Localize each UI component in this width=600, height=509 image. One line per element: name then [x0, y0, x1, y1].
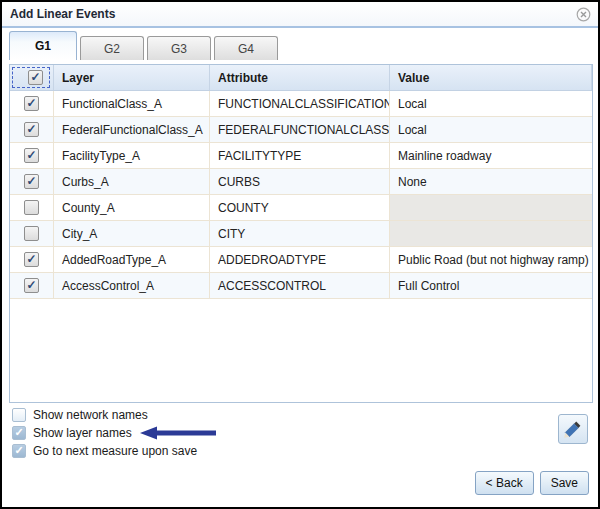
layer-cell: AddedRoadType_A	[54, 247, 210, 272]
table-row[interactable]: FederalFunctionalClass_AFEDERALFUNCTIONA…	[10, 117, 592, 143]
dialog-title: Add Linear Events	[10, 7, 115, 21]
row-checkbox-cell	[10, 169, 54, 194]
row-checkbox-cell	[10, 195, 54, 220]
tab-strip: G1G2G3G4	[2, 28, 598, 60]
row-checkbox[interactable]	[24, 122, 39, 137]
add-linear-events-dialog: Add Linear Events G1G2G3G4 Layer Attribu…	[0, 0, 600, 509]
pencil-icon	[563, 419, 583, 439]
value-cell: Full Control	[390, 273, 592, 298]
title-bar: Add Linear Events	[2, 2, 598, 28]
layer-cell: FunctionalClass_A	[54, 91, 210, 116]
option-row: Go to next measure upon save	[12, 442, 216, 460]
edit-button[interactable]	[558, 414, 588, 444]
table-row[interactable]: FunctionalClass_AFUNCTIONALCLASSIFICATIO…	[10, 91, 592, 117]
save-button[interactable]: Save	[540, 471, 589, 495]
row-checkbox[interactable]	[24, 278, 39, 293]
attribute-cell: ADDEDROADTYPE	[210, 247, 390, 272]
row-checkbox[interactable]	[24, 226, 39, 241]
option-label: Show network names	[33, 408, 148, 422]
tab-g1[interactable]: G1	[9, 31, 77, 60]
row-checkbox-cell	[10, 117, 54, 142]
option-checkbox[interactable]	[12, 408, 26, 422]
layer-cell: AccessControl_A	[54, 273, 210, 298]
value-cell: Local	[390, 91, 592, 116]
layer-cell: FacilityType_A	[54, 143, 210, 168]
row-checkbox[interactable]	[24, 174, 39, 189]
attribute-cell: FEDERALFUNCTIONALCLASS	[210, 117, 390, 142]
option-label: Go to next measure upon save	[33, 444, 197, 458]
table-row[interactable]: AccessControl_AACCESSCONTROLFull Control	[10, 273, 592, 299]
option-row: Show layer names	[12, 424, 216, 442]
attribute-cell: FACILITYTYPE	[210, 143, 390, 168]
attribute-cell: CURBS	[210, 169, 390, 194]
annotation-arrow-icon	[140, 426, 216, 440]
value-cell	[390, 221, 592, 246]
layer-cell: County_A	[54, 195, 210, 220]
row-checkbox-cell	[10, 143, 54, 168]
row-checkbox[interactable]	[24, 200, 39, 215]
table-row[interactable]: City_ACITY	[10, 221, 592, 247]
option-checkbox[interactable]	[12, 444, 26, 458]
table-row[interactable]: FacilityType_AFACILITYTYPEMainline roadw…	[10, 143, 592, 169]
row-checkbox-cell	[10, 91, 54, 116]
layer-cell: FederalFunctionalClass_A	[54, 117, 210, 142]
attribute-cell: CITY	[210, 221, 390, 246]
layers-grid: Layer Attribute Value FunctionalClass_AF…	[9, 64, 593, 403]
table-row[interactable]: County_ACOUNTY	[10, 195, 592, 221]
value-cell: None	[390, 169, 592, 194]
layer-cell: City_A	[54, 221, 210, 246]
value-cell: Local	[390, 117, 592, 142]
row-checkbox-cell	[10, 221, 54, 246]
close-icon[interactable]	[576, 7, 591, 22]
tab-g3[interactable]: G3	[147, 36, 211, 60]
row-checkbox[interactable]	[24, 252, 39, 267]
tab-g4[interactable]: G4	[214, 36, 278, 60]
value-cell: Public Road (but not highway ramp)	[390, 247, 592, 272]
column-header-attribute[interactable]: Attribute	[210, 65, 390, 90]
option-row: Show network names	[12, 406, 216, 424]
footer-button-bar: < Back Save	[475, 471, 589, 495]
back-button[interactable]: < Back	[475, 471, 534, 495]
table-row[interactable]: Curbs_ACURBSNone	[10, 169, 592, 195]
attribute-cell: ACCESSCONTROL	[210, 273, 390, 298]
attribute-cell: FUNCTIONALCLASSIFICATION	[210, 91, 390, 116]
row-checkbox[interactable]	[24, 148, 39, 163]
row-checkbox-cell	[10, 273, 54, 298]
column-header-layer[interactable]: Layer	[54, 65, 210, 90]
grid-body: FunctionalClass_AFUNCTIONALCLASSIFICATIO…	[10, 91, 592, 299]
focus-outline	[12, 67, 50, 88]
option-label: Show layer names	[33, 426, 132, 440]
column-header-value[interactable]: Value	[390, 65, 592, 90]
tab-g2[interactable]: G2	[80, 36, 144, 60]
select-all-header-cell	[10, 65, 54, 90]
row-checkbox-cell	[10, 247, 54, 272]
table-row[interactable]: AddedRoadType_AADDEDROADTYPEPublic Road …	[10, 247, 592, 273]
attribute-cell: COUNTY	[210, 195, 390, 220]
value-cell: Mainline roadway	[390, 143, 592, 168]
value-cell	[390, 195, 592, 220]
row-checkbox[interactable]	[24, 96, 39, 111]
layer-cell: Curbs_A	[54, 169, 210, 194]
option-checkbox[interactable]	[12, 426, 26, 440]
options-group: Show network namesShow layer namesGo to …	[12, 406, 216, 460]
grid-header-row: Layer Attribute Value	[10, 65, 592, 91]
